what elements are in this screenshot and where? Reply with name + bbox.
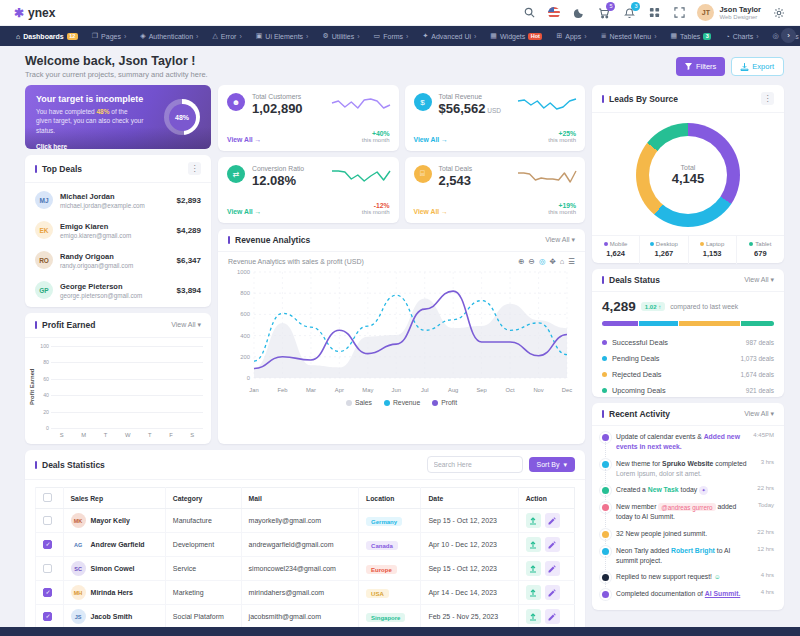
row-checkbox[interactable] xyxy=(43,564,52,573)
select-all-checkbox[interactable] xyxy=(43,493,52,502)
activity-text: New theme for Spruko Website completedLo… xyxy=(616,459,750,479)
nav-item-advanced-ui[interactable]: ✦Advanced Ui› xyxy=(422,32,476,40)
stat-view-all-link[interactable]: View All → xyxy=(227,208,261,215)
cell-location: Canada xyxy=(359,533,421,557)
nav-item-utilities[interactable]: ⚙Utilities› xyxy=(322,32,359,40)
activity-text: Replied to new support request! ☺ xyxy=(616,572,750,582)
deals-status-title: Deals Status xyxy=(602,275,660,285)
leads-center-value: 4,145 xyxy=(672,171,705,186)
edit-action-button[interactable] xyxy=(545,585,560,600)
activity-item: Update of calendar events & Added new ev… xyxy=(602,432,774,459)
nav-item-authentication[interactable]: ◈Authentication› xyxy=(140,32,198,40)
pan-icon[interactable]: ✥ xyxy=(549,257,555,266)
activity-link[interactable]: AI Summit. xyxy=(705,590,741,597)
target-click-here-link[interactable]: Click here xyxy=(36,143,67,149)
share-action-button[interactable] xyxy=(526,537,541,552)
revenue-view-all[interactable]: View All ▾ xyxy=(545,236,575,244)
home-icon[interactable]: ⌂ xyxy=(560,257,565,266)
more-options-icon[interactable]: ⋮ xyxy=(188,162,201,175)
nav-item-error[interactable]: △Error› xyxy=(212,32,241,40)
cell-location: Europe xyxy=(359,557,421,581)
nav-item-dashboards[interactable]: ⌂Dashboards12 xyxy=(16,33,78,40)
nav-item-label: Tables xyxy=(680,33,700,40)
profit-view-all[interactable]: View All ▾ xyxy=(171,321,201,329)
zoom-in-icon[interactable]: ⊕ xyxy=(518,257,524,266)
stat-value: 1,02,890 xyxy=(252,101,303,116)
nav-item-charts[interactable]: ◔Charts› xyxy=(725,33,758,40)
location-badge: Singapore xyxy=(366,613,405,622)
svg-text:Feb: Feb xyxy=(277,387,287,393)
user-profile-button[interactable]: JT Json Taylor Web Designer xyxy=(697,4,761,21)
share-action-button[interactable] xyxy=(526,513,541,528)
nav-item-label: Authentication xyxy=(149,33,193,40)
activity-text-segment: New member xyxy=(616,503,658,510)
nav-item-ui-elements[interactable]: ▣Ui Elements› xyxy=(256,32,309,40)
cell-checkbox xyxy=(36,533,64,557)
nav-item-pages[interactable]: ❐Pages› xyxy=(92,32,126,40)
deals-statistics-card: Deals Statistics Sort By ▾ Sales RepCate… xyxy=(25,450,585,636)
sort-by-button[interactable]: Sort By ▾ xyxy=(529,457,575,472)
nav-item-forms[interactable]: ▭Forms› xyxy=(374,32,409,40)
dark-mode-icon[interactable] xyxy=(572,6,586,20)
share-action-button[interactable] xyxy=(526,585,541,600)
avatar: MJ xyxy=(35,191,53,209)
rep-name: Mirinda Hers xyxy=(91,589,133,596)
leads-legend-value: 1,267 xyxy=(640,249,687,258)
status-label: Pending Deals xyxy=(612,354,659,363)
legend-dot xyxy=(432,400,438,406)
cell-date: Sep 15 - Oct 12, 2023 xyxy=(421,557,518,581)
menu-icon[interactable]: ☰ xyxy=(568,257,575,266)
apps-grid-icon[interactable] xyxy=(647,6,661,20)
deals-status-view-all[interactable]: View All ▾ xyxy=(744,276,774,284)
stat-view-all-link[interactable]: View All → xyxy=(414,136,448,143)
nav-item-apps[interactable]: ⊞Apps› xyxy=(556,32,586,40)
edit-action-button[interactable] xyxy=(545,513,560,528)
activity-text-segment: Neon Tarly added xyxy=(616,547,671,554)
stat-period: this month xyxy=(548,137,576,143)
settings-gear-icon[interactable] xyxy=(772,6,786,20)
fullscreen-icon[interactable] xyxy=(672,6,686,20)
activity-time: 22 hrs xyxy=(757,485,774,495)
language-flag-icon[interactable] xyxy=(547,6,561,20)
export-button[interactable]: Export xyxy=(731,57,784,76)
filter-icon xyxy=(685,63,692,70)
share-action-button[interactable] xyxy=(526,609,541,624)
deals-status-list: Successful Deals987 dealsPending Deals1,… xyxy=(602,334,774,398)
stat-delta: +25% xyxy=(548,130,576,137)
edit-action-button[interactable] xyxy=(545,561,560,576)
row-checkbox[interactable] xyxy=(43,516,52,525)
share-action-button[interactable] xyxy=(526,561,541,576)
stat-view-all-link[interactable]: View All → xyxy=(414,208,448,215)
row-checkbox[interactable] xyxy=(43,612,52,621)
row-checkbox[interactable] xyxy=(43,588,52,597)
svg-text:Apr: Apr xyxy=(335,387,344,393)
activity-text: New member @andreas gurrero added today … xyxy=(616,502,747,522)
edit-action-button[interactable] xyxy=(545,537,560,552)
filters-button[interactable]: Filters xyxy=(676,57,725,76)
nav-item-tables[interactable]: ▦Tables3 xyxy=(670,32,711,40)
table-search-input[interactable] xyxy=(427,456,523,473)
more-options-icon[interactable]: ⋮ xyxy=(761,92,774,105)
row-checkbox[interactable] xyxy=(43,540,52,549)
notifications-bell-icon[interactable]: 3 xyxy=(622,6,636,20)
edit-action-button[interactable] xyxy=(545,609,560,624)
status-label: Rejected Deals xyxy=(612,370,661,379)
nav-item-label: Error xyxy=(221,33,237,40)
search-icon[interactable] xyxy=(522,6,536,20)
nav-scroll-next-button[interactable]: › xyxy=(781,28,796,43)
svg-text:Nov: Nov xyxy=(533,387,543,393)
top-deals-card: Top Deals ⋮ MJMichael Jordanmichael.jord… xyxy=(25,155,211,307)
nav-item-widgets[interactable]: ▦WidgetsHot xyxy=(490,32,542,40)
cart-icon[interactable]: 5 xyxy=(597,6,611,20)
recent-activity-view-all[interactable]: View All ▾ xyxy=(744,410,774,418)
selection-zoom-icon[interactable]: ◎ xyxy=(539,257,546,266)
leads-center-label: Total xyxy=(681,164,696,171)
leads-legend-label: Tablet xyxy=(737,241,784,247)
activity-text: Created a New Task today ✦ xyxy=(616,485,746,495)
zoom-out-icon[interactable]: ⊖ xyxy=(529,257,535,266)
cell-category: Manufacture xyxy=(165,509,241,533)
profit-x-labels: SMTWTFS xyxy=(25,430,211,444)
stat-view-all-link[interactable]: View All → xyxy=(227,136,261,143)
app-logo[interactable]: ✱ ynex xyxy=(14,6,55,20)
nav-item-nested-menu[interactable]: ≣Nested Menu› xyxy=(601,32,657,40)
